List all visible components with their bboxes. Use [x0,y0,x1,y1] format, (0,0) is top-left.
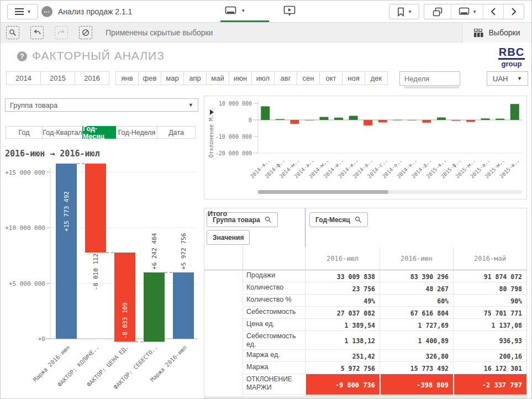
chevron-down-icon: ▾ [242,8,245,13]
deviation-bar-7[interactable] [349,116,358,120]
prev-sheet-button[interactable] [483,4,503,19]
storytelling-button[interactable] [283,6,296,18]
month-filter-окт[interactable]: окт [319,71,343,85]
selections-message: Применены скрытые выборки [106,28,213,37]
tab-Год-Неделя[interactable]: Год-Неделя [116,126,157,139]
month-filter-сен[interactable]: сен [297,71,320,85]
waterfall-bar-1[interactable] [56,164,77,339]
step-back-icon[interactable] [30,26,44,39]
year-filter-2015[interactable]: 2015 [40,71,75,85]
deviation-bar-16[interactable] [481,118,490,120]
current-sheet-button[interactable]: ▾ [223,5,247,17]
waterfall-chart: +0+5 000 000+10 000 000+15 000 000+15 77… [1,160,201,398]
dimension-dropdown[interactable]: Группа товара ▼ [5,98,198,112]
deviation-bar-15[interactable] [466,120,475,122]
duplicate-sheet-button[interactable] [424,4,451,19]
pivot-hscrollbar[interactable] [204,396,526,399]
deviation-bar-4[interactable] [305,120,314,120]
pivot-col-dimension-button[interactable]: Год-Месяц [309,212,368,227]
pivot-col-header-2016-май[interactable]: 2016-май [453,247,526,270]
tab-Год-Месяц[interactable]: Год-Месяц [82,126,117,139]
step-forward-icon[interactable] [55,26,68,39]
selections-tool-button[interactable]: Выборки [462,23,531,43]
ellipsis-glyph: ⋯ [44,8,50,15]
month-filter-мар[interactable]: мар [161,71,184,85]
waterfall-title: 2016-июн → 2016-июл [5,149,100,159]
global-menu-button[interactable]: ▾ [7,4,38,19]
app-options-icon[interactable]: ⋯ [41,6,52,17]
app-title: Анализ продаж 2.1.1 [58,7,132,16]
pivot-value-cell: 49% [305,295,380,307]
deviation-bar-14[interactable] [452,120,461,121]
pivot-measure-label: Себестоимость [243,307,305,319]
y-tick-label: +10 000 000 [5,224,45,232]
smart-search-icon[interactable] [6,26,19,39]
deviation-bar-6[interactable] [334,118,343,120]
month-filter-фев[interactable]: фев [138,71,161,85]
waterfall-bar-4[interactable] [144,272,165,342]
month-filter-авг[interactable]: авг [274,71,297,85]
pivot-value-cell: 936,93 [453,331,526,350]
deviation-bar-17[interactable] [496,119,504,120]
pivot-value-cell: 16 172 301 [453,362,526,374]
sheet-list-button[interactable]: ▾ [451,4,483,19]
pivot-measure-label: Продажи [243,270,305,282]
table-row: Маржа ед.251,42326,80200,16 [204,350,526,362]
pivot-value-cell: 60% [380,295,453,307]
hamburger-icon [15,8,24,15]
month-filter-янв[interactable]: янв [115,71,139,85]
logo-text-bottom: group [498,60,525,67]
deviation-bar-12[interactable] [422,120,431,123]
week-filter-listbox[interactable]: Неделя [399,71,460,86]
page-title: ФАКТОРНЫЙ АНАЛИЗ [32,49,165,62]
tab-Дата[interactable]: Дата [157,126,196,139]
table-row: Себестоимость27 037 08267 616 80475 701 … [204,307,526,319]
pivot-measure-label: Цена ед. [243,319,305,331]
pivot-col-header-2016-июн[interactable]: 2016-июн [380,247,453,270]
currency-dropdown[interactable]: UAH ▼ [487,71,528,86]
year-filter-2016[interactable]: 2016 [75,71,109,85]
pivot-values-label: Значения [213,234,244,242]
table-row: Маржа5 972 75615 773 49216 172 301 [204,362,526,374]
deviation-bar-11[interactable] [408,120,417,120]
month-filter-июн[interactable]: июн [229,71,252,85]
tab-Год-Квартал[interactable]: Год-Квартал [42,126,83,139]
chart-hscrollbar-thumb[interactable] [258,190,388,194]
deviation-bar-9[interactable] [378,120,387,123]
deviation-bar-3[interactable] [290,120,299,124]
waterfall-bar-2[interactable] [85,164,106,253]
month-filter-май[interactable]: май [206,71,229,85]
deviation-bar-1[interactable] [261,106,270,120]
tab-Год[interactable]: Год [6,126,43,139]
pivot-col-dimension-label: Год-Месяц [315,216,350,224]
bar-value-label: -8 010 112 [92,254,99,290]
deviation-bar-2[interactable] [276,119,285,120]
pivot-measure-label: Себестоимость ед. [243,331,305,350]
pivot-value-cell: 83 390 296 [380,270,453,282]
pivot-value-cell: 91 874 072 [453,270,526,282]
chevron-down-icon: ▾ [409,9,412,14]
chevron-down-icon: ▾ [473,9,476,14]
deviation-bar-18[interactable] [510,104,519,120]
pivot-values-button[interactable]: Значения [207,230,250,245]
waterfall-bar-5[interactable] [173,272,194,339]
pivot-col-header-2016-июл[interactable]: 2016-июл [305,247,380,270]
pivot-measure-label: Количество [243,282,305,295]
deviation-bar-5[interactable] [320,117,329,120]
help-icon[interactable]: ? [17,51,27,61]
deviation-bar-13[interactable] [437,118,446,120]
sheets-overlap-icon [433,7,443,17]
selection-tools [1,23,92,43]
bookmarks-button[interactable]: ▾ [389,4,419,19]
month-filter-апр[interactable]: апр [183,71,207,85]
pivot-measure-label: ОТКЛОНЕНИЕ МАРЖИ [243,374,305,395]
month-filter-ноя[interactable]: ноя [342,71,365,85]
month-filter-дек[interactable]: дек [365,71,388,85]
month-filter-июл[interactable]: июл [251,71,275,85]
pivot-value-cell: 23 756 [305,282,380,295]
deviation-bar-10[interactable] [393,120,402,120]
deviation-bar-8[interactable] [364,120,372,125]
clear-selections-icon[interactable] [79,26,92,39]
year-filter-2014[interactable]: 2014 [6,71,41,85]
next-sheet-button[interactable] [503,4,524,19]
